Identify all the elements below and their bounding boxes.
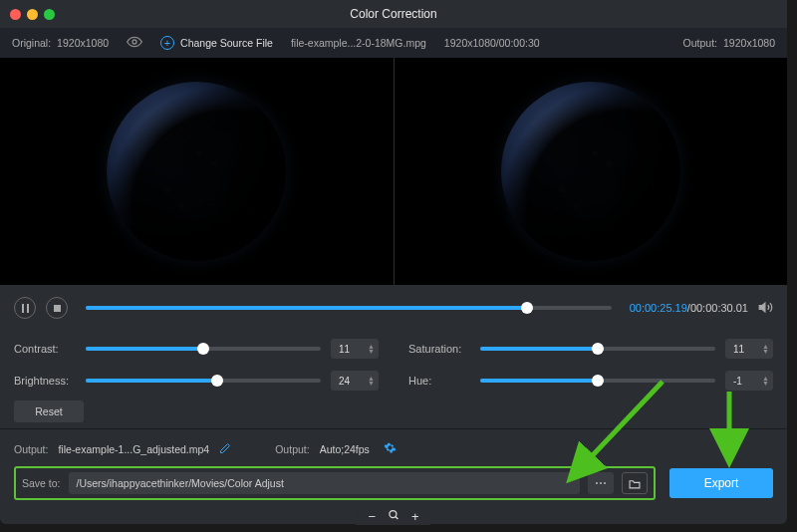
adjustment-sliders: Contrast: 11 ▲▼ Saturation: 11 ▲▼	[14, 339, 773, 399]
hue-row: Hue: -1 ▲▼	[408, 371, 773, 391]
hue-slider[interactable]	[480, 379, 715, 383]
titlebar: Color Correction	[0, 0, 787, 28]
saturation-label: Saturation:	[408, 343, 470, 355]
saturation-stepper[interactable]: ▲▼	[762, 344, 769, 354]
contrast-label: Contrast:	[14, 343, 76, 355]
preview-area	[0, 58, 787, 285]
reset-button[interactable]: Reset	[14, 400, 84, 422]
change-source-label: Change Source File	[180, 37, 273, 49]
timeline-thumb[interactable]	[521, 302, 533, 314]
change-source-file-button[interactable]: + Change Source File	[160, 36, 273, 50]
output-filename-row: Output: file-example-1...G_adjusted.mp4 …	[14, 435, 773, 462]
contrast-row: Contrast: 11 ▲▼	[14, 339, 379, 359]
browse-path-button[interactable]: ⋯	[588, 472, 614, 494]
output-settings-icon[interactable]	[384, 441, 397, 456]
zoom-out-button[interactable]: −	[368, 509, 376, 524]
window-title: Color Correction	[350, 7, 436, 21]
preview-original	[0, 58, 395, 285]
brightness-row: Brightness: 24 ▲▼	[14, 371, 379, 391]
saturation-row: Saturation: 11 ▲▼	[408, 339, 773, 359]
svg-rect-3	[54, 305, 61, 312]
svg-line-6	[396, 516, 398, 519]
brightness-stepper[interactable]: ▲▼	[368, 376, 375, 386]
transport-bar: 00:00:25.19/00:00:30.01	[14, 297, 773, 319]
contrast-stepper[interactable]: ▲▼	[368, 344, 375, 354]
timecode: 00:00:25.19/00:00:30.01	[630, 302, 748, 314]
zoom-bar: − +	[356, 507, 430, 525]
zoom-in-button[interactable]: +	[411, 509, 419, 524]
original-label: Original:	[12, 37, 51, 49]
hue-label: Hue:	[408, 375, 470, 387]
save-to-label: Save to:	[22, 477, 61, 489]
svg-rect-1	[22, 304, 24, 313]
svg-point-0	[133, 40, 136, 44]
divider	[0, 428, 787, 429]
svg-point-5	[390, 510, 397, 517]
brightness-label: Brightness:	[14, 375, 76, 387]
source-res-duration: 1920x1080/00:00:30	[444, 37, 540, 49]
timeline-slider[interactable]	[86, 306, 612, 310]
export-button[interactable]: Export	[669, 468, 773, 498]
edit-filename-icon[interactable]	[219, 442, 231, 456]
contrast-slider[interactable]	[86, 347, 321, 351]
hue-value-input[interactable]: -1 ▲▼	[725, 371, 773, 391]
output-label: Output:	[14, 443, 48, 455]
svg-marker-4	[759, 303, 765, 312]
stop-button[interactable]	[46, 297, 68, 319]
preview-adjusted	[395, 58, 788, 285]
output-format-value: Auto;24fps	[320, 443, 370, 455]
preview-original-image	[107, 82, 286, 261]
maximize-window-button[interactable]	[44, 9, 55, 20]
close-window-button[interactable]	[10, 9, 21, 20]
timeline-fill	[86, 306, 527, 310]
total-time: 00:00:30.01	[690, 302, 748, 314]
current-time: 00:00:25.19	[630, 302, 687, 314]
plus-circle-icon: +	[160, 36, 174, 50]
pause-button[interactable]	[14, 297, 36, 319]
info-bar: Original: 1920x1080 + Change Source File…	[0, 28, 787, 58]
svg-rect-2	[27, 304, 29, 313]
preview-toggle-icon[interactable]	[127, 34, 142, 52]
contrast-value-input[interactable]: 11 ▲▼	[331, 339, 379, 359]
save-path-input[interactable]: /Users/ihappyacethinker/Movies/Color Adj…	[69, 472, 580, 494]
window-traffic-lights	[10, 9, 55, 20]
hue-stepper[interactable]: ▲▼	[762, 376, 769, 386]
output-format-label: Output:	[275, 443, 309, 455]
minimize-window-button[interactable]	[27, 9, 38, 20]
controls-panel: 00:00:25.19/00:00:30.01 Contrast: 11 ▲▼ …	[0, 285, 787, 506]
saturation-value-input[interactable]: 11 ▲▼	[725, 339, 773, 359]
brightness-value-input[interactable]: 24 ▲▼	[331, 371, 379, 391]
brightness-slider[interactable]	[86, 379, 321, 383]
original-resolution: 1920x1080	[57, 37, 109, 49]
output-filename: file-example-1...G_adjusted.mp4	[58, 443, 209, 455]
volume-icon[interactable]	[758, 300, 773, 317]
preview-adjusted-image	[501, 82, 680, 261]
color-correction-window: Color Correction Original: 1920x1080 + C…	[0, 0, 787, 524]
saturation-slider[interactable]	[480, 347, 715, 351]
output-resolution: 1920x1080	[723, 37, 775, 49]
open-folder-button[interactable]	[622, 472, 648, 494]
zoom-magnifier-icon[interactable]	[388, 509, 399, 524]
bottom-row: Save to: /Users/ihappyacethinker/Movies/…	[14, 462, 773, 500]
save-to-group: Save to: /Users/ihappyacethinker/Movies/…	[14, 466, 656, 500]
output-resolution-label: Output:	[683, 37, 717, 49]
source-filename: file-example...2-0-18MG.mpg	[291, 37, 426, 49]
